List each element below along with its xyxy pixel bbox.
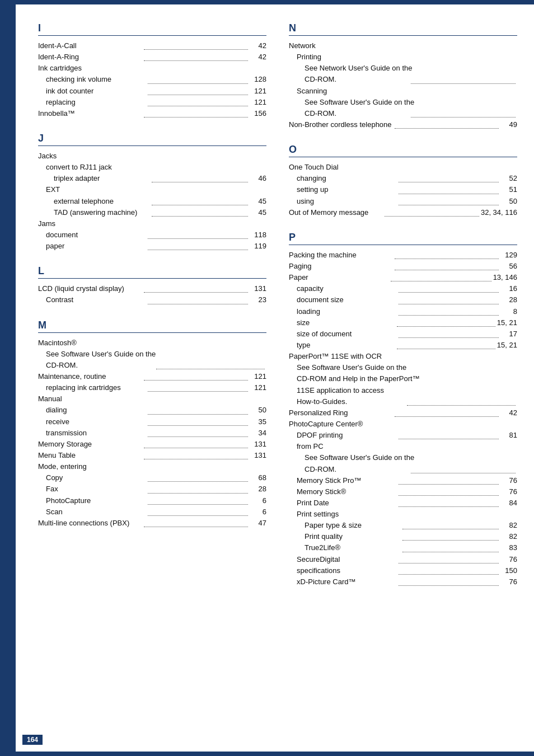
index-entry: Paper type & size82 bbox=[289, 520, 517, 531]
index-entry: document size28 bbox=[289, 294, 517, 306]
index-entry: PhotoCapture Center® bbox=[289, 419, 517, 430]
entry-dots bbox=[148, 241, 248, 250]
entry-text: Innobella™ bbox=[38, 108, 142, 119]
entry-dots bbox=[397, 317, 495, 327]
index-entry: Multi-line connections (PBX)47 bbox=[38, 518, 266, 529]
entry-page: 47 bbox=[250, 518, 266, 529]
section-letter: N bbox=[289, 22, 517, 36]
entry-page: 50 bbox=[500, 196, 517, 207]
index-entry: size15, 21 bbox=[289, 317, 517, 328]
index-entry: Print Date84 bbox=[289, 497, 517, 509]
section-letter: J bbox=[38, 133, 266, 146]
index-entry: Manual bbox=[38, 393, 266, 405]
entry-text: CD-ROM. bbox=[305, 464, 409, 475]
entry-text: loading bbox=[297, 306, 397, 317]
entry-text: ink dot counter bbox=[46, 86, 146, 97]
entry-text: Memory Stick Pro™ bbox=[297, 475, 397, 486]
entry-text: Non-Brother cordless telephone bbox=[289, 119, 393, 130]
entry-dots bbox=[148, 97, 248, 106]
index-entry: size of document17 bbox=[289, 328, 517, 340]
entry-dots bbox=[148, 428, 248, 437]
entry-text: dialing bbox=[46, 405, 146, 416]
index-entry: One Touch Dial bbox=[289, 162, 517, 173]
entry-text: Paper bbox=[289, 272, 389, 283]
index-entry: Personalized Ring42 bbox=[289, 407, 517, 419]
index-entry: receive35 bbox=[38, 416, 266, 428]
index-entry: convert to RJ11 jack bbox=[38, 162, 266, 173]
entry-page: 34 bbox=[250, 428, 266, 439]
section-letter: P bbox=[289, 232, 517, 245]
entry-dots bbox=[399, 497, 499, 507]
entry-page: 76 bbox=[500, 486, 517, 497]
index-entry: True2Life®83 bbox=[289, 542, 517, 553]
entry-text: Print quality bbox=[305, 531, 401, 542]
entry-dots bbox=[399, 196, 499, 205]
entry-text: transmission bbox=[46, 428, 146, 439]
index-entry: using50 bbox=[289, 196, 517, 207]
entry-text: Scan bbox=[46, 506, 146, 518]
entry-page: 128 bbox=[250, 74, 266, 85]
index-entry: type15, 21 bbox=[289, 340, 517, 351]
index-entry: replacing ink cartridges121 bbox=[38, 382, 266, 393]
index-entry: transmission34 bbox=[38, 428, 266, 439]
entry-text: CD-ROM. bbox=[305, 108, 409, 119]
entry-dots bbox=[395, 119, 499, 129]
index-entry: specifications150 bbox=[289, 565, 517, 576]
entry-page: 42 bbox=[250, 51, 266, 63]
two-column-layout: IIdent-A-Call42Ident-A-Ring42Ink cartrid… bbox=[38, 22, 517, 601]
index-entry: Out of Memory message32, 34, 116 bbox=[289, 207, 517, 218]
entry-dots bbox=[395, 261, 499, 270]
index-entry: loading8 bbox=[289, 306, 517, 317]
index-entry: How-to-Guides. bbox=[289, 396, 517, 407]
entry-text: paper bbox=[46, 241, 146, 252]
entry-dots bbox=[152, 207, 248, 217]
index-entry: Contrast23 bbox=[38, 294, 266, 306]
entry-text: capacity bbox=[297, 283, 397, 294]
entry-text: PhotoCapture bbox=[46, 495, 146, 506]
entry-text: setting up bbox=[297, 184, 397, 195]
entry-dots bbox=[399, 475, 499, 485]
entry-text: True2Life® bbox=[305, 542, 401, 553]
index-entry: changing52 bbox=[289, 173, 517, 184]
entry-dots bbox=[144, 40, 248, 50]
entry-dots bbox=[148, 382, 248, 392]
entry-page: 118 bbox=[250, 229, 266, 241]
entry-text: Ident-A-Call bbox=[38, 40, 142, 51]
entry-page: 8 bbox=[500, 306, 517, 317]
index-entry: Non-Brother cordless telephone49 bbox=[289, 119, 517, 130]
index-entry: setting up51 bbox=[289, 184, 517, 195]
index-entry: Print settings bbox=[289, 509, 517, 520]
entry-dots bbox=[399, 554, 499, 564]
entry-text: Packing the machine bbox=[289, 250, 393, 261]
entry-dots bbox=[148, 229, 248, 239]
index-section-j: JJacksconvert to RJ11 jacktriplex adapte… bbox=[38, 133, 266, 252]
index-section-n: NNetworkPrintingSee Network User's Guide… bbox=[289, 22, 517, 130]
section-letter: L bbox=[38, 265, 266, 279]
entry-dots bbox=[399, 173, 499, 182]
entry-dots bbox=[402, 520, 499, 529]
entry-page: 45 bbox=[250, 196, 266, 207]
index-entry: SecureDigital76 bbox=[289, 554, 517, 565]
entry-dots bbox=[411, 464, 516, 473]
index-entry: CD-ROM. bbox=[38, 360, 266, 371]
entry-text: replacing bbox=[46, 97, 146, 108]
entry-dots bbox=[391, 272, 491, 281]
entry-text: TAD (answering machine) bbox=[54, 207, 150, 218]
index-entry: triplex adapter46 bbox=[38, 173, 266, 184]
index-entry: Copy68 bbox=[38, 472, 266, 483]
entry-dots bbox=[152, 173, 248, 182]
index-entry: replacing121 bbox=[38, 97, 266, 108]
index-entry: checking ink volume128 bbox=[38, 74, 266, 85]
entry-page: 76 bbox=[500, 554, 517, 565]
entry-page: 56 bbox=[500, 261, 517, 272]
entry-dots bbox=[399, 576, 499, 586]
section-letter: M bbox=[38, 320, 266, 333]
index-section-i: IIdent-A-Call42Ident-A-Ring42Ink cartrid… bbox=[38, 22, 266, 119]
entry-text: size of document bbox=[297, 328, 397, 340]
entry-text: replacing ink cartridges bbox=[46, 382, 146, 393]
index-entry: Paging56 bbox=[289, 261, 517, 272]
index-entry: external telephone45 bbox=[38, 196, 266, 207]
entry-dots bbox=[144, 371, 248, 381]
entry-text: Print Date bbox=[297, 497, 397, 509]
entry-text: How-to-Guides. bbox=[297, 396, 405, 407]
